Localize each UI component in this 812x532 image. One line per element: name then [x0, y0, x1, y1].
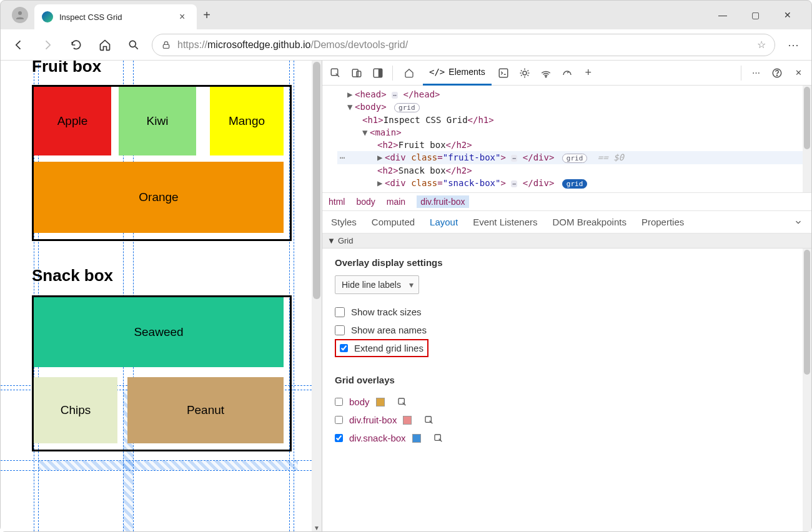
page-viewport: Fruit box Apple Kiwi Mango Orange Snack … [1, 61, 322, 531]
address-bar[interactable]: https://microsoftedge.github.io/Demos/de… [152, 34, 775, 56]
new-tab-button[interactable]: + [197, 8, 217, 22]
svg-rect-4 [352, 69, 358, 77]
search-icon[interactable] [123, 34, 144, 56]
line-labels-select[interactable]: Hide line labels [335, 275, 419, 294]
overlay-item[interactable]: div.fruit-box [335, 411, 799, 429]
chk-area-names[interactable] [335, 325, 345, 335]
crumb-main[interactable]: main [387, 197, 405, 207]
lock-icon [161, 40, 171, 50]
overlay-name: body [349, 397, 370, 407]
tab-sources-icon[interactable] [515, 64, 534, 82]
menu-button[interactable]: ⋯ [783, 34, 804, 56]
grid-badge-active[interactable]: grid [562, 179, 588, 189]
snack-box-grid: Seaweed Chips Peanut [32, 295, 292, 451]
cell-kiwi: Kiwi [119, 87, 196, 155]
svg-point-1 [129, 41, 136, 47]
overlay-item[interactable]: body [335, 393, 799, 411]
grid-badge[interactable]: grid [562, 154, 588, 163]
maximize-button[interactable]: ▢ [746, 10, 764, 20]
styles-subtabs: Styles Computed Layout Event Listeners D… [322, 211, 811, 234]
chk-area-names-row[interactable]: Show area names [335, 321, 799, 339]
subtab-event-listeners[interactable]: Event Listeners [473, 217, 537, 227]
fruit-box-grid: Apple Kiwi Mango Orange [32, 85, 292, 241]
tab-performance-icon[interactable] [558, 64, 577, 82]
browser-toolbar: https://microsoftedge.github.io/Demos/de… [1, 29, 811, 61]
devtools-toolbar: </> Elements + ⋯ ✕ [322, 61, 811, 86]
overlay-color-swatch[interactable] [403, 416, 412, 425]
tab-network-icon[interactable] [537, 64, 555, 82]
layout-scrollbar[interactable] [803, 249, 811, 531]
grid-badge[interactable]: grid [394, 103, 420, 112]
url-text: https://microsoftedge.github.io/Demos/de… [177, 39, 751, 51]
heading-fruit-box: Fruit box [32, 61, 322, 76]
cell-mango: Mango [210, 87, 284, 155]
overlay-item[interactable]: div.snack-box [335, 429, 799, 447]
back-button[interactable] [8, 34, 29, 56]
scroll-thumb[interactable] [313, 62, 320, 299]
close-tab-icon[interactable]: × [179, 11, 189, 22]
refresh-button[interactable] [66, 34, 87, 56]
tab-welcome[interactable] [398, 61, 420, 86]
reveal-element-icon[interactable] [424, 415, 434, 425]
overlay-checkbox[interactable] [335, 416, 343, 424]
tab-title: Inspect CSS Grid [59, 12, 173, 22]
grid-section-header[interactable]: ▼Grid [322, 234, 811, 249]
svg-rect-8 [499, 69, 508, 77]
cell-chips: Chips [34, 377, 117, 443]
crumb-selected[interactable]: div.fruit-box [417, 195, 468, 208]
inspect-element-icon[interactable] [326, 64, 345, 82]
grid-line-horizontal [1, 470, 312, 471]
crumb-body[interactable]: body [356, 197, 375, 207]
dom-breadcrumb[interactable]: html body main div.fruit-box [322, 192, 811, 211]
profile-icon[interactable] [12, 7, 28, 23]
subtabs-more-icon[interactable] [794, 218, 803, 227]
cell-peanut: Peanut [127, 377, 284, 443]
subtab-properties[interactable]: Properties [641, 217, 684, 227]
overlay-color-swatch[interactable] [412, 434, 421, 443]
subtab-dom-breakpoints[interactable]: DOM Breakpoints [553, 217, 626, 227]
dom-scrollbar[interactable] [803, 86, 811, 192]
tab-console-icon[interactable] [494, 64, 513, 82]
device-emulation-icon[interactable] [347, 64, 366, 82]
svg-point-10 [545, 76, 547, 77]
reveal-element-icon[interactable] [397, 397, 407, 407]
svg-rect-2 [163, 44, 169, 48]
subtab-layout[interactable]: Layout [430, 217, 458, 227]
close-devtools-icon[interactable]: ✕ [789, 64, 808, 82]
row-actions-icon[interactable]: ⋯ [340, 152, 345, 162]
overlay-settings-heading: Overlay display settings [335, 257, 799, 268]
grid-gap-overlay [38, 460, 298, 470]
reveal-element-icon[interactable] [433, 433, 443, 443]
home-button[interactable] [94, 34, 116, 56]
dom-selected-row[interactable]: ⋯ ▶<div class="fruit-box"> ⋯ </div> grid… [337, 151, 811, 164]
scroll-down-icon[interactable]: ▼ [312, 525, 322, 531]
minimize-button[interactable]: — [714, 10, 731, 20]
browser-tab[interactable]: Inspect CSS Grid × [34, 4, 197, 29]
layout-panel: Overlay display settings Hide line label… [322, 249, 811, 531]
svg-point-9 [523, 71, 527, 75]
dom-tree[interactable]: ▶<head> ⋯ </head> ▼<body> grid <h1>Inspe… [322, 86, 811, 192]
more-tools-icon[interactable]: ⋯ [746, 64, 765, 82]
chk-track-sizes[interactable] [335, 307, 345, 317]
subtab-styles[interactable]: Styles [331, 217, 357, 227]
add-tab-icon[interactable]: + [579, 64, 598, 82]
overlay-color-swatch[interactable] [376, 398, 385, 406]
help-icon[interactable] [768, 64, 786, 82]
code-icon: </> [429, 67, 445, 77]
extend-grid-lines-highlight: Extend grid lines [335, 339, 428, 357]
svg-point-12 [776, 75, 777, 76]
page-scrollbar[interactable]: ▲ ▼ [312, 61, 322, 531]
titlebar: Inspect CSS Grid × + — ▢ ✕ [1, 1, 811, 29]
close-window-button[interactable]: ✕ [779, 10, 796, 20]
overlay-checkbox[interactable] [335, 434, 343, 442]
tab-elements[interactable]: </> Elements [423, 61, 492, 86]
favorite-icon[interactable]: ☆ [757, 39, 766, 51]
crumb-html[interactable]: html [329, 197, 345, 207]
chk-extend-grid-lines[interactable] [340, 344, 348, 352]
dock-side-icon[interactable] [369, 64, 387, 82]
svg-rect-5 [357, 71, 361, 77]
overlay-name: div.snack-box [349, 433, 406, 443]
chk-track-sizes-row[interactable]: Show track sizes [335, 303, 799, 321]
subtab-computed[interactable]: Computed [372, 217, 415, 227]
overlay-checkbox[interactable] [335, 398, 343, 406]
